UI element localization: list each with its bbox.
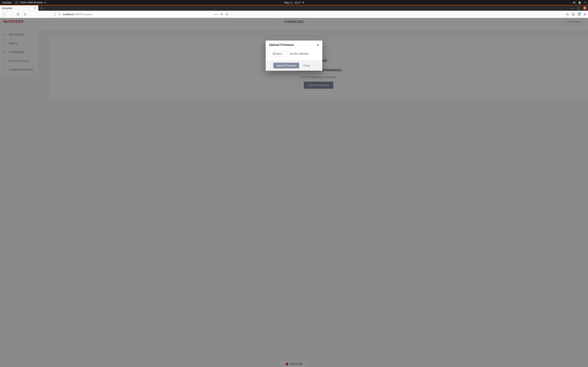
app-menu-label: Firefox Web Browser bbox=[20, 1, 43, 4]
page-viewport: NetSPIDER FIRMWARE Notifications NETWORK… bbox=[0, 18, 588, 367]
window-minimize-icon[interactable]: — bbox=[571, 7, 574, 9]
bookmark-star-icon[interactable] bbox=[225, 13, 228, 16]
account-icon[interactable] bbox=[578, 13, 581, 16]
shield-icon bbox=[54, 13, 56, 16]
back-button[interactable] bbox=[1, 12, 7, 17]
svg-line-10 bbox=[568, 13, 569, 15]
page-actions-icon[interactable]: ••• bbox=[214, 13, 218, 16]
system-status-area[interactable] bbox=[573, 1, 586, 4]
svg-rect-3 bbox=[579, 2, 580, 3]
sidebar-toggle-icon[interactable] bbox=[572, 13, 575, 16]
svg-marker-7 bbox=[226, 13, 228, 15]
svg-rect-2 bbox=[579, 1, 580, 1]
modal-close-button[interactable]: Close bbox=[302, 64, 311, 67]
modal-upload-button[interactable]: Upload Firmware bbox=[273, 63, 299, 68]
chevron-down-icon bbox=[44, 2, 46, 3]
page-info-icon bbox=[58, 13, 61, 16]
home-button[interactable] bbox=[22, 12, 27, 17]
svg-point-14 bbox=[579, 13, 579, 14]
window-maximize-icon[interactable]: ▢ bbox=[577, 7, 580, 9]
url-text: localhost:8080/firmwares bbox=[63, 13, 93, 16]
modal-close-icon[interactable]: × bbox=[317, 43, 319, 47]
svg-rect-11 bbox=[572, 13, 574, 15]
upload-firmware-modal: Upload Firmware × Browse… No file select… bbox=[266, 41, 322, 71]
close-tab-icon[interactable]: ✕ bbox=[34, 7, 36, 9]
gnome-top-bar: Activities Firefox Web Browser May 11 10… bbox=[0, 0, 588, 5]
new-tab-button[interactable]: ＋ bbox=[38, 5, 45, 11]
modal-title: Upload Firmware bbox=[269, 43, 294, 47]
volume-icon bbox=[573, 1, 576, 4]
activities-button[interactable]: Activities bbox=[2, 1, 12, 4]
firefox-icon bbox=[15, 1, 18, 4]
clock[interactable]: May 11 10:17 bbox=[284, 1, 303, 4]
chevron-down-icon bbox=[585, 2, 586, 3]
window-close-icon[interactable]: ✕ bbox=[583, 6, 587, 10]
tab-title: Netspider bbox=[2, 7, 33, 9]
clock-time: 10:17 bbox=[294, 1, 301, 4]
file-status-text: No file selected. bbox=[290, 52, 309, 55]
battery-icon bbox=[578, 1, 581, 4]
address-bar[interactable]: localhost:8080/firmwares ••• bbox=[52, 11, 230, 17]
app-menu[interactable]: Firefox Web Browser bbox=[15, 1, 46, 4]
browse-button[interactable]: Browse… bbox=[269, 51, 288, 57]
pocket-icon[interactable] bbox=[220, 13, 223, 16]
svg-marker-0 bbox=[573, 1, 574, 3]
clock-date: May 11 bbox=[284, 1, 293, 4]
library-icon[interactable] bbox=[566, 13, 569, 16]
reload-button[interactable] bbox=[15, 12, 21, 17]
forward-button[interactable] bbox=[9, 12, 14, 17]
browser-tab-strip: Netspider ✕ ＋ — ▢ ✕ bbox=[0, 5, 588, 11]
browser-toolbar: localhost:8080/firmwares ••• bbox=[0, 11, 588, 18]
account-notification-dot bbox=[580, 12, 581, 13]
browser-tab[interactable]: Netspider ✕ bbox=[0, 5, 38, 11]
hamburger-menu-icon[interactable] bbox=[583, 13, 587, 16]
notification-dot-icon bbox=[303, 2, 304, 3]
